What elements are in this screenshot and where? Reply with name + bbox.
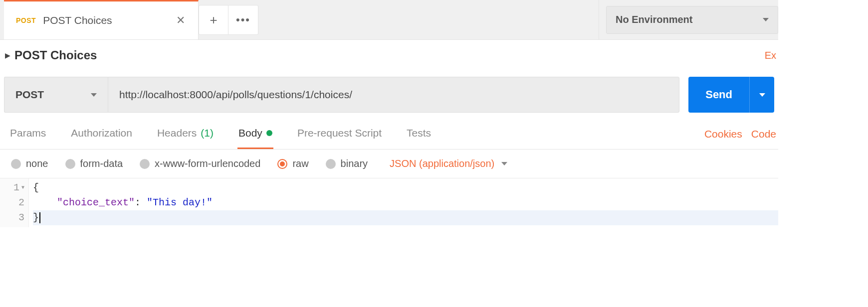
body-type-xwww[interactable]: x-www-form-urlencoded [140,158,260,169]
radio-icon [65,159,75,169]
code-line: { [33,180,778,195]
tab-headers[interactable]: Headers (1) [156,119,215,149]
send-combo: Send [688,77,774,113]
tab-label: Headers [157,127,197,139]
cookies-link[interactable]: Cookies [704,128,742,140]
method-select[interactable]: POST [4,77,108,113]
radio-label: none [26,158,48,169]
radio-icon [140,159,150,169]
request-subtabs: Params Authorization Headers (1) Body Pr… [9,119,432,149]
line-number: 2 [0,195,24,210]
url-row: POST http://localhost:8000/api/polls/que… [0,71,778,119]
tab-authorization[interactable]: Authorization [70,119,133,149]
examples-link[interactable]: Ex [765,50,776,61]
send-dropdown-button[interactable] [749,77,774,113]
url-input[interactable]: http://localhost:8000/api/polls/question… [108,77,679,113]
headers-count: (1) [201,127,214,139]
tab-method-badge: POST [16,16,36,24]
disclosure-triangle-icon: ▶ [5,51,10,59]
url-combo: POST http://localhost:8000/api/polls/que… [4,77,679,113]
radio-icon [277,159,287,169]
body-type-none[interactable]: none [11,158,48,169]
tabs-left: POST POST Choices ✕ + ••• [0,0,599,39]
line-number: 1▼ [0,180,24,195]
line-number: 3 [0,210,24,225]
body-editor[interactable]: 1▼ 2 3 { "choice_text": "This day!" } [0,178,778,227]
chevron-down-icon [763,18,769,21]
tab-label: Params [10,127,46,139]
tab-title: POST Choices [43,14,166,26]
add-tab-button[interactable]: + [199,5,228,35]
ellipsis-icon: ••• [236,14,250,25]
request-subtabs-row: Params Authorization Headers (1) Body Pr… [0,119,778,150]
environment-label: No Environment [616,14,692,25]
tab-label: Tests [407,127,431,139]
body-type-form-data[interactable]: form-data [65,158,123,169]
radio-icon [326,159,336,169]
tab-label: Authorization [71,127,132,139]
url-text: http://localhost:8000/api/polls/question… [119,89,352,101]
radio-label: raw [292,158,308,169]
send-label: Send [705,88,732,101]
chevron-down-icon [501,162,507,165]
request-title-wrap[interactable]: ▶ POST Choices [5,48,97,62]
tab-body[interactable]: Body [237,119,273,149]
chevron-down-icon [759,93,765,97]
editor-gutter: 1▼ 2 3 [0,178,29,227]
tab-label: Pre-request Script [297,127,382,139]
plus-icon: + [210,13,217,26]
radio-label: binary [341,158,368,169]
tab-bar: POST POST Choices ✕ + ••• No Environment [0,0,778,40]
radio-icon [11,159,21,169]
tab-tests[interactable]: Tests [406,119,432,149]
method-label: POST [15,89,44,101]
tab-label: Body [238,127,262,139]
radio-label: form-data [80,158,123,169]
request-header: ▶ POST Choices Ex [0,40,778,71]
environment-select[interactable]: No Environment [606,6,778,34]
environment-area: No Environment [599,0,778,39]
fold-icon[interactable]: ▼ [21,180,24,195]
body-type-binary[interactable]: binary [326,158,368,169]
content-type-label: JSON (application/json) [390,158,494,169]
radio-label: x-www-form-urlencoded [155,158,260,169]
chevron-down-icon [91,93,97,97]
code-link[interactable]: Code [751,128,776,140]
body-indicator-icon [266,130,272,136]
tab-more-button[interactable]: ••• [228,5,258,35]
code-line: } [33,210,778,225]
body-type-raw[interactable]: raw [277,158,308,169]
editor-code[interactable]: { "choice_text": "This day!" } [29,178,778,227]
request-title: POST Choices [14,48,97,62]
send-button[interactable]: Send [688,77,749,113]
text-cursor-icon [39,212,40,223]
code-line: "choice_text": "This day!" [33,195,778,210]
tab-prerequest[interactable]: Pre-request Script [296,119,383,149]
tab-params[interactable]: Params [9,119,47,149]
right-links: Cookies Code [704,128,776,140]
content-type-select[interactable]: JSON (application/json) [390,158,507,169]
tab-actions: + ••• [199,0,258,39]
body-type-row: none form-data x-www-form-urlencoded raw… [0,150,778,178]
request-tab[interactable]: POST POST Choices ✕ [4,0,199,39]
close-icon[interactable]: ✕ [173,12,188,29]
